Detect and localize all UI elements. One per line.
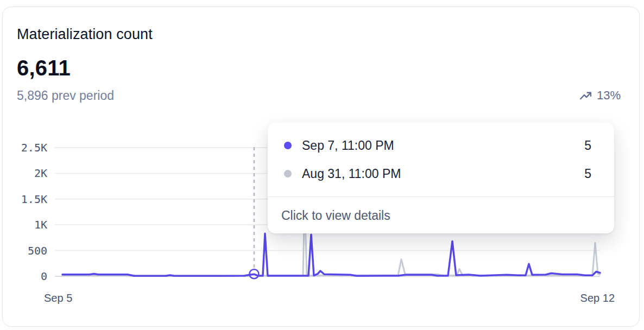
trend-percent: 13% xyxy=(597,88,621,103)
x-axis-label-end: Sep 12 xyxy=(580,290,615,306)
tooltip-series-dot-icon xyxy=(284,170,292,177)
x-axis-label-start: Sep 5 xyxy=(44,290,72,306)
tooltip-row: Sep 7, 11:00 PM5 xyxy=(284,138,591,153)
tooltip-rows: Sep 7, 11:00 PM5Aug 31, 11:00 PM5 xyxy=(268,123,614,196)
metric-title: Materialization count xyxy=(17,26,153,43)
series-line-current xyxy=(62,233,600,276)
chart-tooltip[interactable]: Sep 7, 11:00 PM5Aug 31, 11:00 PM5 Click … xyxy=(268,123,614,233)
metric-prev-period: 5,896 prev period xyxy=(17,87,114,104)
tooltip-row: Aug 31, 11:00 PM5 xyxy=(284,166,591,181)
trending-up-icon xyxy=(579,90,592,102)
tooltip-series-value: 5 xyxy=(584,138,591,153)
tooltip-series-value: 5 xyxy=(584,166,591,181)
metric-value: 6,611 xyxy=(17,55,71,81)
tooltip-series-label: Sep 7, 11:00 PM xyxy=(302,138,394,153)
tooltip-footer: Click to view details xyxy=(268,197,614,233)
tooltip-series-dot-icon xyxy=(284,142,292,149)
materialization-count-card: Materialization count 6,611 5,896 prev p… xyxy=(2,7,640,327)
tooltip-series-label: Aug 31, 11:00 PM xyxy=(302,166,401,181)
trend-indicator: 13% xyxy=(579,87,621,104)
